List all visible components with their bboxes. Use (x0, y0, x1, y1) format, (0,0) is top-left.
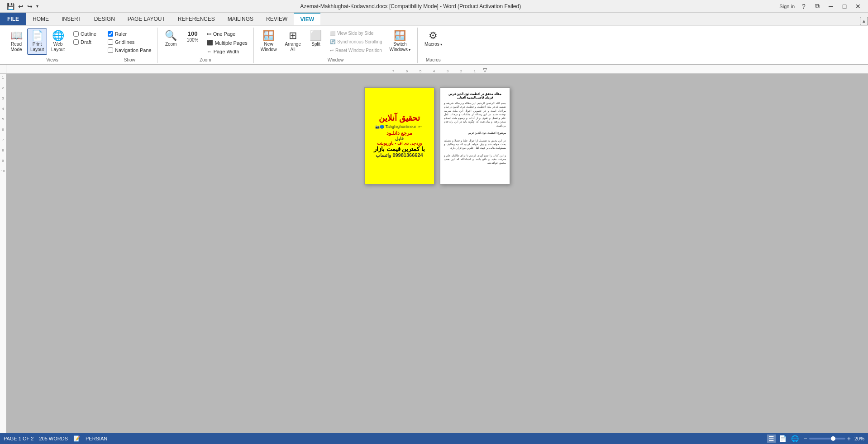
zoom-thumb[interactable] (831, 436, 835, 441)
tab-home[interactable]: HOME (26, 13, 55, 25)
macros-label: Macros▾ (424, 42, 442, 47)
new-window-button[interactable]: 🪟 NewWindow (258, 28, 280, 55)
draft-check[interactable]: Draft (72, 38, 98, 46)
macros-button[interactable]: ⚙ Macros▾ (421, 28, 445, 49)
group-macros-label: Macros (421, 57, 445, 63)
zoom-100-button[interactable]: 100 100% (183, 28, 203, 45)
page-1-file-label: فایل (395, 136, 404, 141)
tab-design[interactable]: DESIGN (88, 13, 121, 25)
redo-button[interactable]: ↪ (26, 2, 34, 11)
group-show-content: Ruler Gridlines Navigation Pane (106, 28, 153, 57)
multiple-pages-button[interactable]: ⬛ Multiple Pages (205, 38, 250, 47)
document-area[interactable]: تحقیق آنلاین 📷🔵 Tahghighonline.ir ← مرجع… (6, 74, 868, 433)
customize-qat-button[interactable]: ▾ (35, 3, 40, 9)
tab-view[interactable]: VIEW (294, 13, 320, 25)
tab-insert[interactable]: INSERT (55, 13, 88, 25)
page-1-price-text: با کمترین قیمت بازار (374, 146, 425, 152)
close-button[interactable]: ✕ (852, 1, 864, 11)
help-button[interactable]: ? (797, 1, 810, 11)
read-mode-icon: 📖 (10, 31, 23, 41)
title-bar: 💾 ↩ ↪ ▾ Azemat-Makhlughat-Kodavand.docx … (0, 0, 868, 13)
zoom-label: Zoom (165, 42, 177, 47)
zoom-level[interactable]: 20% (854, 436, 864, 441)
sync-scrolling-label: Synchronous Scrolling (337, 39, 382, 44)
page-1-file-types: ورد-پی دی اف - پاورپوینت (377, 141, 422, 146)
ruler-mark-6: 6 (400, 69, 414, 73)
nav-pane-check[interactable]: Navigation Pane (106, 47, 153, 54)
sign-in-link[interactable]: Sign in (779, 4, 795, 9)
ribbon-collapse-button[interactable]: ▲ (860, 17, 868, 25)
ruler-mark-1: 1 (468, 69, 482, 73)
outline-check[interactable]: Outline (72, 30, 98, 38)
tab-mailings[interactable]: MAILINGS (221, 13, 260, 25)
outline-checkbox[interactable] (73, 31, 79, 37)
ribbon-content: 📖 ReadMode 📄 PrintLayout 🌐 WebLayout Out… (0, 25, 868, 64)
arrange-all-icon: ⊞ (289, 31, 297, 41)
normal-view-button[interactable]: ☰ (767, 435, 776, 443)
proofing-icon[interactable]: 📝 (73, 435, 80, 442)
group-window-label: Window (258, 57, 414, 63)
page-1-icons: 📷🔵 (375, 125, 384, 129)
page-1-content: تحقیق آنلاین 📷🔵 Tahghighonline.ir ← مرجع… (365, 88, 434, 184)
minimize-button[interactable]: ─ (825, 1, 837, 11)
page-width-button[interactable]: ↔ Page Width (205, 47, 250, 56)
zoom-in-button[interactable]: + (847, 435, 851, 442)
tab-file[interactable]: FILE (0, 13, 26, 25)
ruler-v-8: 8 (2, 148, 4, 152)
ruler-checkbox[interactable] (108, 31, 113, 37)
gridlines-check[interactable]: Gridlines (106, 38, 153, 46)
page-2: مقاله محقق در اعظمت ذوی الدین فرسفرمان ق… (440, 87, 510, 184)
ruler-v-4: 4 (2, 107, 4, 111)
zoom-slider[interactable]: − + (804, 435, 851, 442)
group-zoom-label: Zoom (161, 57, 250, 63)
group-views: 📖 ReadMode 📄 PrintLayout 🌐 WebLayout Out… (3, 28, 102, 63)
group-macros-content: ⚙ Macros▾ (421, 28, 445, 57)
zoom-track[interactable] (809, 438, 845, 439)
read-mode-button[interactable]: 📖 ReadMode (6, 28, 26, 55)
ribbon-tab-bar: FILE HOME INSERT DESIGN PAGE LAYOUT REFE… (0, 13, 868, 25)
save-button[interactable]: 💾 (5, 2, 16, 11)
ruler-v-6: 6 (2, 128, 4, 132)
page-1-phone: 09981366624 واتساپ (376, 152, 423, 158)
ruler-area: 7 6 5 4 3 2 1 ▽ (0, 65, 868, 74)
ruler-mark-indent[interactable]: ▽ (482, 67, 488, 73)
switch-windows-button[interactable]: 🪟 SwitchWindows▾ (386, 28, 414, 55)
group-window-content: 🪟 NewWindow ⊞ ArrangeAll ⬜ Split ⬜ View … (258, 28, 414, 57)
restore-button[interactable]: ⧉ (811, 1, 824, 11)
split-button[interactable]: ⬜ Split (306, 28, 326, 49)
synchronous-scrolling-button[interactable]: 🔄 Synchronous Scrolling (328, 38, 385, 46)
print-view-button[interactable]: 📄 (777, 435, 788, 443)
tab-references[interactable]: REFERENCES (172, 13, 221, 25)
zoom-out-button[interactable]: − (804, 435, 807, 442)
web-view-button[interactable]: 🌐 (790, 435, 800, 443)
view-side-by-side-label: View Side by Side (337, 31, 373, 36)
view-side-by-side-button[interactable]: ⬜ View Side by Side (328, 29, 385, 37)
pages-container: تحقیق آنلاین 📷🔵 Tahghighonline.ir ← مرجع… (364, 87, 510, 420)
nav-pane-checkbox[interactable] (108, 47, 113, 53)
zoom-button[interactable]: 🔍 Zoom (161, 28, 181, 49)
draft-checkbox[interactable] (73, 39, 79, 45)
ruler-mark-2: 2 (454, 69, 468, 73)
arrange-all-button[interactable]: ⊞ ArrangeAll (281, 28, 304, 55)
page-1-download-text: مرجع دانلـود (386, 130, 412, 136)
reset-window-position-button[interactable]: ↩ Reset Window Position (328, 47, 385, 54)
page-status: PAGE 1 OF 2 (4, 436, 33, 441)
ribbon: FILE HOME INSERT DESIGN PAGE LAYOUT REFE… (0, 13, 868, 65)
ruler-mark-7: 7 (386, 69, 400, 73)
undo-button[interactable]: ↩ (17, 2, 25, 11)
one-page-button[interactable]: ▭ One Page (205, 29, 250, 38)
print-layout-button[interactable]: 📄 PrintLayout (27, 28, 47, 55)
web-layout-button[interactable]: 🌐 WebLayout (48, 28, 68, 55)
tab-review[interactable]: REVIEW (260, 13, 294, 25)
print-layout-icon: 📄 (31, 31, 43, 41)
ruler-v-10: 10 (1, 169, 5, 173)
new-window-icon: 🪟 (262, 31, 275, 41)
gridlines-checkbox[interactable] (108, 39, 113, 45)
status-right: ☰ 📄 🌐 − + 20% (767, 435, 864, 443)
maximize-button[interactable]: □ (838, 1, 851, 11)
ruler-check[interactable]: Ruler (106, 30, 153, 38)
one-page-icon: ▭ (207, 31, 211, 37)
group-window: 🪟 NewWindow ⊞ ArrangeAll ⬜ Split ⬜ View … (254, 28, 418, 63)
language-status: PERSIAN (86, 436, 107, 441)
tab-page-layout[interactable]: PAGE LAYOUT (121, 13, 172, 25)
